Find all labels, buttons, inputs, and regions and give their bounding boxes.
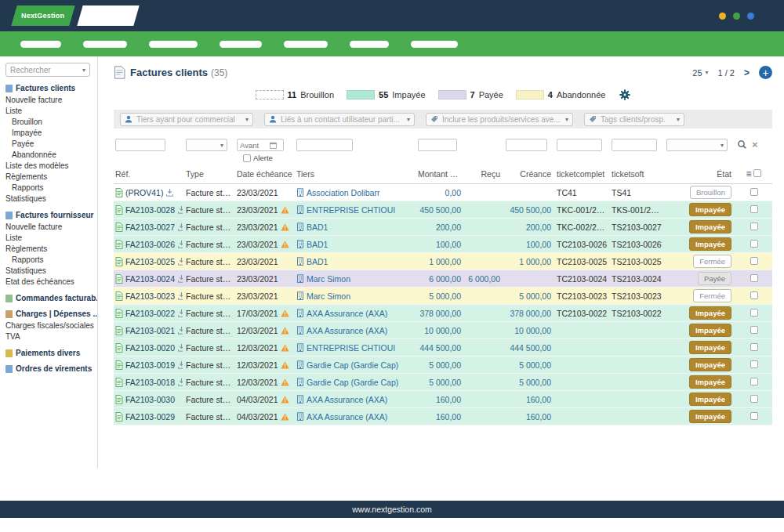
invoice-ref-link[interactable]: FA2103-0027 <box>125 223 175 232</box>
download-icon[interactable] <box>177 309 183 317</box>
filter-etat-select[interactable]: ▾ <box>666 139 728 151</box>
table-row[interactable]: FA2103-0021 Facture stand... 12/03/2021 … <box>114 322 772 339</box>
invoice-ref-link[interactable]: (PROV41) <box>125 188 163 197</box>
filter-tiers-input[interactable] <box>296 139 353 151</box>
download-icon[interactable] <box>177 360 183 369</box>
invoice-ref-link[interactable]: FA2103-0024 <box>125 274 175 284</box>
download-icon[interactable] <box>177 240 183 248</box>
window-control-dot[interactable] <box>733 13 740 20</box>
row-checkbox[interactable] <box>750 360 758 368</box>
third-party-link[interactable]: Marc Simon <box>307 291 350 301</box>
third-party-link[interactable]: ENTREPRISE CHTIOUI <box>307 343 395 353</box>
table-row[interactable]: FA2103-0029 Facture stand... 04/03/2021 … <box>114 408 772 425</box>
download-icon[interactable] <box>177 223 183 231</box>
invoice-ref-link[interactable]: FA2103-0025 <box>125 257 175 266</box>
sidebar-item[interactable]: Statistiques <box>0 193 97 204</box>
column-select-icon[interactable]: ≡ <box>746 168 752 179</box>
third-party-link[interactable]: AXA Assurance (AXA) <box>307 309 387 318</box>
invoice-ref-link[interactable]: FA2103-0023 <box>125 291 175 301</box>
window-control-dot[interactable] <box>719 13 726 20</box>
table-row[interactable]: FA2103-0026 Facture stand... 23/03/2021 … <box>114 236 772 253</box>
sidebar-section-title[interactable]: Factures clients <box>0 84 97 92</box>
download-icon[interactable] <box>177 257 183 266</box>
column-header-ref[interactable]: Réf. <box>114 165 184 184</box>
third-party-link[interactable]: BAD1 <box>307 223 328 232</box>
row-checkbox[interactable] <box>750 274 758 282</box>
third-party-link[interactable]: Marc Simon <box>307 274 350 284</box>
filter-select[interactable]: Tiers ayant pour commercial ▾ <box>120 113 253 126</box>
row-checkbox[interactable] <box>750 223 758 230</box>
download-icon[interactable] <box>177 274 183 283</box>
table-row[interactable]: FA2103-0018 Facture stand... 12/03/2021 … <box>114 374 772 391</box>
download-icon[interactable] <box>177 378 183 386</box>
sidebar-item[interactable]: Liste <box>0 105 97 116</box>
table-row[interactable]: FA2103-0027 Facture stand... 23/03/2021 … <box>114 219 772 236</box>
sidebar-item[interactable]: Règlements <box>0 171 97 182</box>
third-party-link[interactable]: ENTREPRISE CHTIOUI <box>307 205 395 215</box>
invoice-ref-link[interactable]: FA2103-0019 <box>125 360 175 370</box>
download-icon[interactable] <box>177 326 183 335</box>
sidebar-item[interactable]: Charges fiscales/sociales <box>0 320 97 331</box>
column-header-ticketcomplet[interactable]: ticketcomplet <box>555 165 610 184</box>
column-header-date[interactable]: Date échéance <box>235 165 295 184</box>
filter-montant-input[interactable] <box>418 139 457 151</box>
sidebar-section-title[interactable]: Ordres de virements <box>0 364 97 373</box>
row-checkbox[interactable] <box>750 395 758 403</box>
invoice-ref-link[interactable]: FA2103-0022 <box>125 309 175 318</box>
sidebar-item[interactable]: Règlements <box>0 243 97 254</box>
third-party-link[interactable]: BAD1 <box>307 257 328 266</box>
row-checkbox[interactable] <box>750 240 758 248</box>
sidebar-item[interactable]: Nouvelle facture <box>0 94 97 105</box>
table-row[interactable]: FA2103-0019 Facture stand... 12/03/2021 … <box>114 356 772 374</box>
filter-select[interactable]: Tags clients/prosp. ▾ <box>584 113 684 126</box>
calendar-icon[interactable] <box>270 142 277 149</box>
sidebar-item[interactable]: Statistiques <box>0 265 97 276</box>
column-header-montant[interactable]: Montant TTC <box>416 165 465 184</box>
select-all-checkbox[interactable] <box>753 169 761 177</box>
menu-item-pill[interactable] <box>350 41 389 48</box>
menu-item-pill[interactable] <box>284 41 328 48</box>
sidebar-search-select[interactable]: Rechercher ▾ <box>5 63 90 77</box>
row-checkbox[interactable] <box>750 378 758 385</box>
row-checkbox[interactable] <box>750 291 758 299</box>
invoice-ref-link[interactable]: FA2103-0030 <box>125 395 175 404</box>
table-row[interactable]: FA2103-0024 Facture stand... 23/03/2021 … <box>114 270 772 288</box>
download-icon[interactable] <box>165 188 174 197</box>
invoice-ref-link[interactable]: FA2103-0020 <box>125 343 175 353</box>
sidebar-section-title[interactable]: Charges | Dépenses ... <box>0 309 97 318</box>
filter-date-before-input[interactable] <box>240 141 270 150</box>
filter-creance-input[interactable] <box>506 139 547 151</box>
table-row[interactable]: FA2103-0023 Facture stand... 23/03/2021 … <box>114 288 772 305</box>
table-row[interactable]: FA2103-0030 Facture stand... 04/03/2021 … <box>114 391 772 408</box>
filter-ticketsoft-input[interactable] <box>612 139 657 151</box>
third-party-link[interactable]: AXA Assurance (AXA) <box>307 326 387 335</box>
invoice-ref-link[interactable]: FA2103-0026 <box>125 240 175 249</box>
row-checkbox[interactable] <box>750 309 758 317</box>
gear-icon[interactable] <box>619 89 630 100</box>
sidebar-item[interactable]: Rapports <box>0 182 97 193</box>
row-checkbox[interactable] <box>750 188 758 196</box>
table-row[interactable]: (PROV41) Facture stand... 23/03/2021 Ass… <box>114 184 772 201</box>
table-row[interactable]: FA2103-0022 Facture stand... 17/03/2021 … <box>114 305 772 322</box>
menu-item-pill[interactable] <box>149 41 198 48</box>
filter-type-select[interactable]: ▾ <box>186 139 227 151</box>
download-icon[interactable] <box>177 205 183 214</box>
sidebar-item[interactable]: Payée <box>0 138 97 149</box>
add-invoice-button[interactable]: + <box>759 66 772 79</box>
filter-ticketcomplet-input[interactable] <box>557 139 602 151</box>
table-row[interactable]: FA2103-0025 Facture stand... 23/03/2021 … <box>114 253 772 270</box>
filter-select[interactable]: Inclure les produits/services ave... ▾ <box>426 113 573 126</box>
menu-item-pill[interactable] <box>83 41 127 48</box>
invoice-ref-link[interactable]: FA2103-0018 <box>125 378 175 387</box>
third-party-link[interactable]: AXA Assurance (AXA) <box>307 395 387 404</box>
sidebar-section-title[interactable]: Commandes facturab.. <box>0 294 97 302</box>
sidebar-item[interactable]: Liste <box>0 232 97 243</box>
invoice-ref-link[interactable]: FA2103-0029 <box>125 412 175 422</box>
search-icon[interactable] <box>737 139 747 150</box>
brand-logo[interactable]: NextGestion <box>11 5 74 26</box>
table-row[interactable]: FA2103-0020 Facture stand... 12/03/2021 … <box>114 339 772 356</box>
window-control-dot[interactable] <box>747 13 754 20</box>
third-party-link[interactable]: BAD1 <box>307 240 328 249</box>
third-party-link[interactable]: AXA Assurance (AXA) <box>307 412 387 422</box>
sidebar-item[interactable]: Impayée <box>0 127 97 138</box>
